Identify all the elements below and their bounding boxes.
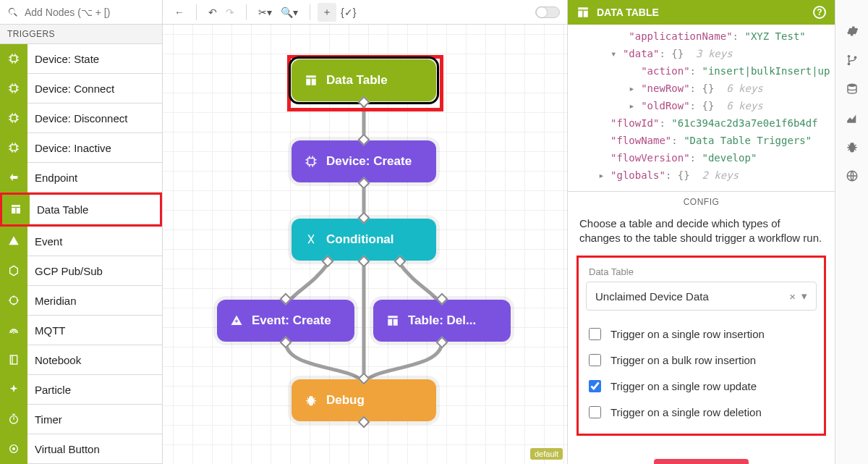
event-icon: +: [230, 314, 243, 327]
chip-icon: [305, 155, 318, 168]
braces-button[interactable]: {✓}: [336, 4, 360, 21]
svg-rect-6: [10, 355, 17, 364]
trigger-checkbox[interactable]: [589, 380, 601, 392]
trigger-option-label: Trigger on a bulk row insertion: [610, 354, 756, 366]
node-debug[interactable]: Debug: [292, 379, 436, 421]
workflow-canvas[interactable]: Data Table Device: Create Conditional: [163, 25, 567, 464]
section-triggers-label: TRIGGERS: [0, 25, 162, 44]
globe-icon[interactable]: [846, 169, 859, 182]
database-icon[interactable]: [846, 83, 859, 96]
trigger-meridian[interactable]: Meridian: [0, 286, 162, 316]
gateway-icon: [0, 163, 27, 193]
svg-point-16: [854, 56, 856, 59]
svg-rect-2: [11, 115, 17, 121]
svg-point-9: [12, 447, 15, 450]
gear-icon[interactable]: [846, 25, 859, 38]
trigger-mqtt[interactable]: MQTT: [0, 316, 162, 345]
node-event-create[interactable]: + Event: Create: [217, 300, 354, 342]
node-conditional[interactable]: Conditional: [292, 219, 436, 261]
preview-toggle[interactable]: [535, 7, 560, 18]
trigger-data-table[interactable]: Data Table: [2, 195, 160, 224]
right-rail: [835, 0, 868, 464]
table-icon: [2, 195, 30, 224]
node-label: Device: Create: [326, 154, 412, 169]
timer-icon: [0, 405, 27, 434]
trigger-notebook[interactable]: Notebook: [0, 345, 162, 375]
cut-button[interactable]: ✂▾: [254, 4, 276, 21]
chip-icon: [0, 74, 27, 104]
trigger-label: GCP Pub/Sub: [27, 265, 103, 277]
data-table-select[interactable]: Unclaimed Device Data × ▾: [586, 282, 817, 311]
trigger-option-3[interactable]: Trigger on a single row deletion: [586, 399, 817, 425]
hex-icon: [0, 256, 27, 286]
trigger-checkbox[interactable]: [589, 354, 601, 366]
back-button[interactable]: ←: [170, 4, 189, 21]
node-label: Table: Del...: [408, 313, 476, 328]
sparkle-icon: [0, 375, 27, 405]
svg-point-14: [847, 55, 850, 58]
trigger-device-disconnect[interactable]: Device: Disconnect: [0, 104, 162, 133]
trigger-option-0[interactable]: Trigger on a single row insertion: [586, 321, 817, 347]
bug-icon[interactable]: [846, 140, 859, 153]
table-icon: [386, 314, 399, 327]
trigger-label: Device: Disconnect: [27, 112, 127, 125]
chip-icon: [0, 44, 27, 74]
trigger-label: Meridian: [27, 295, 77, 307]
node-label: Event: Create: [252, 313, 331, 328]
trigger-option-2[interactable]: Trigger on a single row update: [586, 373, 817, 399]
add-node-button[interactable]: ＋: [318, 3, 336, 22]
svg-rect-0: [11, 56, 17, 62]
field-label-data-table: Data Table: [589, 266, 817, 277]
node-label: Conditional: [326, 232, 393, 247]
trigger-endpoint[interactable]: Endpoint: [0, 163, 162, 193]
trigger-device-connect[interactable]: Device: Connect: [0, 74, 162, 104]
search-icon: [7, 7, 19, 18]
trigger-gcp-pub-sub[interactable]: GCP Pub/Sub: [0, 256, 162, 286]
panel-header: DATA TABLE ?: [568, 0, 835, 25]
git-branch-icon[interactable]: [846, 54, 859, 67]
canvas-toolbar: ← ↶ ↷ ✂▾ 🔍▾ ＋ {✓}: [163, 0, 567, 25]
signal-icon: [0, 316, 27, 345]
svg-rect-3: [11, 145, 17, 151]
bug-icon: [305, 394, 318, 407]
trigger-event[interactable]: Event: [0, 227, 162, 256]
svg-point-4: [10, 297, 18, 305]
trigger-label: Device: State: [27, 53, 99, 65]
node-data-table[interactable]: Data Table: [292, 59, 436, 101]
undo-button[interactable]: ↶: [204, 4, 221, 21]
button-icon: [0, 434, 27, 464]
trigger-virtual-button[interactable]: Virtual Button: [0, 434, 162, 464]
zoom-button[interactable]: 🔍▾: [276, 4, 302, 21]
node-device-create[interactable]: Device: Create: [292, 140, 436, 182]
trigger-label: Timer: [27, 413, 62, 426]
payload-preview: "applicationName": "XYZ Test" ▾ "data": …: [568, 25, 835, 191]
redo-button: ↷: [221, 4, 239, 21]
clear-icon[interactable]: ×: [783, 290, 801, 303]
selected-table-value: Unclaimed Device Data: [595, 290, 709, 303]
trigger-particle[interactable]: Particle: [0, 375, 162, 405]
trigger-label: Endpoint: [27, 172, 77, 184]
node-search-input[interactable]: [23, 6, 155, 19]
chart-icon[interactable]: [846, 111, 859, 125]
trigger-option-label: Trigger on a single row insertion: [610, 328, 765, 340]
trigger-checkbox[interactable]: [589, 406, 601, 418]
trigger-list: Device: StateDevice: ConnectDevice: Disc…: [0, 44, 162, 464]
trigger-device-state[interactable]: Device: State: [0, 44, 162, 74]
target-icon: [0, 286, 27, 316]
trigger-label: Particle: [27, 384, 71, 396]
svg-point-5: [13, 332, 14, 334]
trigger-checkbox[interactable]: [589, 328, 601, 340]
chevron-down-icon[interactable]: ▾: [801, 290, 807, 303]
config-description: Choose a table and decide which types of…: [568, 212, 835, 256]
trigger-label: Device: Connect: [27, 83, 114, 95]
node-search[interactable]: [0, 0, 162, 25]
node-table-delete[interactable]: Table: Del...: [373, 300, 511, 342]
trigger-device-inactive[interactable]: Device: Inactive: [0, 133, 162, 163]
delete-node-button[interactable]: Delete Node: [654, 459, 749, 464]
branch-icon: [305, 233, 318, 246]
trigger-option-label: Trigger on a single row deletion: [610, 406, 762, 418]
help-icon[interactable]: ?: [813, 6, 826, 19]
trigger-option-1[interactable]: Trigger on a bulk row insertion: [586, 347, 817, 373]
trigger-timer[interactable]: Timer: [0, 405, 162, 434]
svg-text:+: +: [234, 318, 238, 325]
